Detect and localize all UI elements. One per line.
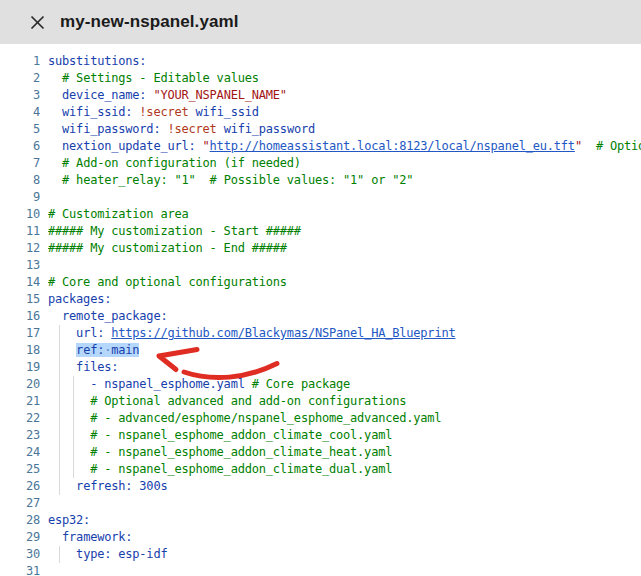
yaml-editor[interactable]: 1substitutions:2 # Settings - Editable v… bbox=[0, 44, 641, 576]
code-line-content[interactable]: nextion_update_url: "http://homeassistan… bbox=[48, 138, 641, 155]
code-line-content[interactable]: substitutions: bbox=[48, 53, 641, 70]
line-number: 22 bbox=[0, 410, 40, 427]
code-line[interactable]: 15packages: bbox=[0, 291, 641, 308]
line-number: 16 bbox=[0, 308, 40, 325]
code-token bbox=[217, 122, 224, 136]
code-line-content[interactable]: # heater_relay: "1" # Possible values: "… bbox=[48, 172, 641, 189]
code-line-content[interactable]: packages: bbox=[48, 291, 641, 308]
code-line-content[interactable]: remote_package: bbox=[48, 308, 641, 325]
code-line-content[interactable]: ref:·main bbox=[48, 342, 641, 359]
code-token: ##### My customization - End ##### bbox=[48, 241, 287, 255]
code-line[interactable]: 22 # - advanced/esphome/nspanel_esphome_… bbox=[0, 410, 641, 427]
code-line[interactable]: 29 framework: bbox=[0, 529, 641, 546]
code-line[interactable]: 26 refresh: 300s bbox=[0, 478, 641, 495]
code-line-content[interactable] bbox=[48, 189, 641, 206]
code-token: type: bbox=[76, 547, 111, 561]
code-line[interactable]: 10# Customization area bbox=[0, 206, 641, 223]
code-line-content[interactable]: type: esp-idf bbox=[48, 546, 641, 563]
code-line[interactable]: 9 bbox=[0, 189, 641, 206]
code-line[interactable]: 31 bbox=[0, 563, 641, 576]
code-token: # Add-on configuration (if needed) bbox=[62, 156, 301, 170]
code-line[interactable]: 25 # - nspanel_esphome_addon_climate_dua… bbox=[0, 461, 641, 478]
code-line[interactable]: 19 files: bbox=[0, 359, 641, 376]
code-line-content[interactable]: url: https://github.com/Blackymas/NSPane… bbox=[48, 325, 641, 342]
code-line-content[interactable] bbox=[48, 563, 641, 576]
code-line-content[interactable]: esp32: bbox=[48, 512, 641, 529]
code-token: # - nspanel_esphome_addon_climate_dual.y… bbox=[90, 462, 392, 476]
code-line-content[interactable]: - nspanel_esphome.yaml # Core package bbox=[48, 376, 641, 393]
code-line[interactable]: 4 wifi_ssid: !secret wifi_ssid bbox=[0, 104, 641, 121]
code-token bbox=[48, 428, 90, 442]
code-token: # - nspanel_esphome_addon_climate_heat.y… bbox=[90, 445, 392, 459]
code-token bbox=[48, 547, 76, 561]
code-token: - nspanel_esphome.yaml bbox=[90, 377, 245, 391]
line-number: 3 bbox=[0, 87, 40, 104]
indent-guide bbox=[59, 427, 60, 444]
code-line-content[interactable]: # Core and optional configurations bbox=[48, 274, 641, 291]
code-line-content[interactable] bbox=[48, 257, 641, 274]
code-line-content[interactable]: # - advanced/esphome/nspanel_esphome_adv… bbox=[48, 410, 641, 427]
code-line[interactable]: 8 # heater_relay: "1" # Possible values:… bbox=[0, 172, 641, 189]
code-line-content[interactable]: # Add-on configuration (if needed) bbox=[48, 155, 641, 172]
code-line[interactable]: 13 bbox=[0, 257, 641, 274]
code-line-content[interactable]: # Settings - Editable values bbox=[48, 70, 641, 87]
code-token bbox=[48, 394, 90, 408]
code-line[interactable]: 17 url: https://github.com/Blackymas/NSP… bbox=[0, 325, 641, 342]
code-token: wifi_password: bbox=[62, 122, 160, 136]
code-line-content[interactable]: # Customization area bbox=[48, 206, 641, 223]
code-line-content[interactable]: # - nspanel_esphome_addon_climate_heat.y… bbox=[48, 444, 641, 461]
code-line-content[interactable]: files: bbox=[48, 359, 641, 376]
code-line-content[interactable]: # - nspanel_esphome_addon_climate_dual.y… bbox=[48, 461, 641, 478]
code-token: # Core package bbox=[252, 377, 350, 391]
close-button[interactable] bbox=[26, 11, 48, 33]
code-token: " bbox=[203, 139, 210, 153]
code-line[interactable]: 20 - nspanel_esphome.yaml # Core package bbox=[0, 376, 641, 393]
code-token bbox=[48, 139, 62, 153]
code-token: # Customization area bbox=[48, 207, 189, 221]
code-line[interactable]: 21 # Optional advanced and add-on config… bbox=[0, 393, 641, 410]
code-line-content[interactable]: ##### My customization - End ##### bbox=[48, 240, 641, 257]
code-line-content[interactable]: # Optional advanced and add-on configura… bbox=[48, 393, 641, 410]
code-line-content[interactable] bbox=[48, 495, 641, 512]
code-line[interactable]: 24 # - nspanel_esphome_addon_climate_hea… bbox=[0, 444, 641, 461]
file-title: my-new-nspanel.yaml bbox=[60, 12, 239, 32]
line-number: 7 bbox=[0, 155, 40, 172]
code-line[interactable]: 6 nextion_update_url: "http://homeassist… bbox=[0, 138, 641, 155]
line-number: 20 bbox=[0, 376, 40, 393]
indent-guide bbox=[59, 461, 60, 478]
code-line[interactable]: 2 # Settings - Editable values bbox=[0, 70, 641, 87]
code-token: !secret bbox=[139, 105, 188, 119]
selection-highlight: ref: bbox=[76, 343, 104, 357]
code-line[interactable]: 3 device_name: "YOUR_NSPANEL_NAME" bbox=[0, 87, 641, 104]
code-line-content[interactable]: wifi_ssid: !secret wifi_ssid bbox=[48, 104, 641, 121]
code-line[interactable]: 23 # - nspanel_esphome_addon_climate_coo… bbox=[0, 427, 641, 444]
code-line-content[interactable]: # - nspanel_esphome_addon_climate_cool.y… bbox=[48, 427, 641, 444]
code-token bbox=[48, 326, 76, 340]
code-line-content[interactable]: ##### My customization - Start ##### bbox=[48, 223, 641, 240]
code-line-content[interactable]: wifi_password: !secret wifi_password bbox=[48, 121, 641, 138]
code-line[interactable]: 12##### My customization - End ##### bbox=[0, 240, 641, 257]
code-line-content[interactable]: refresh: 300s bbox=[48, 478, 641, 495]
code-token: 300s bbox=[139, 479, 167, 493]
line-number: 18 bbox=[0, 342, 40, 359]
line-number: 25 bbox=[0, 461, 40, 478]
code-token bbox=[48, 377, 90, 391]
indent-guide bbox=[73, 461, 74, 478]
code-line[interactable]: 1substitutions: bbox=[0, 53, 641, 70]
code-line[interactable]: 11##### My customization - Start ##### bbox=[0, 223, 641, 240]
code-line-content[interactable]: device_name: "YOUR_NSPANEL_NAME" bbox=[48, 87, 641, 104]
code-line[interactable]: 30 type: esp-idf bbox=[0, 546, 641, 563]
code-line[interactable]: 28esp32: bbox=[0, 512, 641, 529]
code-token bbox=[582, 139, 596, 153]
code-token bbox=[48, 360, 76, 374]
code-line[interactable]: 14# Core and optional configurations bbox=[0, 274, 641, 291]
indent-guide bbox=[59, 359, 60, 376]
code-token: !secret bbox=[167, 122, 216, 136]
code-line[interactable]: 27 bbox=[0, 495, 641, 512]
code-token bbox=[48, 309, 62, 323]
code-line[interactable]: 5 wifi_password: !secret wifi_password bbox=[0, 121, 641, 138]
code-line-content[interactable]: framework: bbox=[48, 529, 641, 546]
code-line[interactable]: 16 remote_package: bbox=[0, 308, 641, 325]
code-line[interactable]: 7 # Add-on configuration (if needed) bbox=[0, 155, 641, 172]
code-line[interactable]: 18 ref:·main bbox=[0, 342, 641, 359]
